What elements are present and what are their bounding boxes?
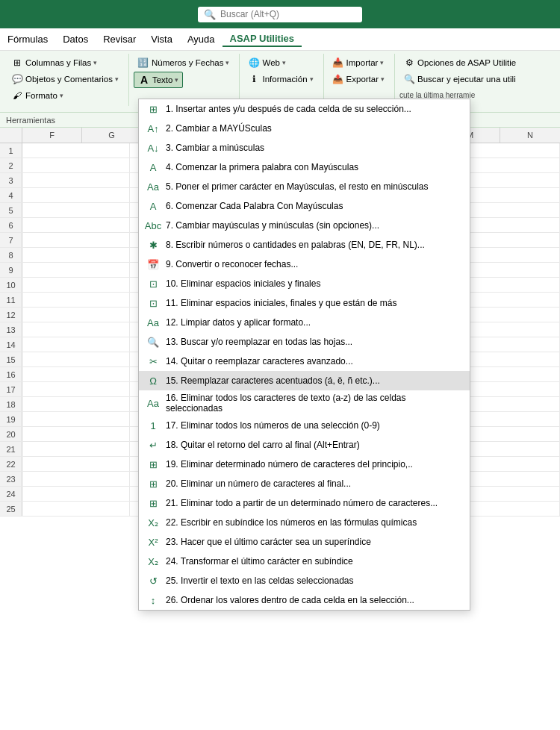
grid-cell[interactable] [22, 472, 130, 486]
item-icon-15: Ω [145, 373, 161, 388]
item-label-4: 4. Comenzar la primera palabra con Mayús… [166, 162, 358, 172]
grid-cell[interactable] [22, 457, 130, 471]
col-header-f: F [22, 128, 82, 143]
dropdown-item-22[interactable]: X₂22. Escribir en subíndice los números … [139, 513, 470, 532]
menu-datos[interactable]: Datos [55, 32, 96, 46]
grid-cell[interactable] [22, 293, 130, 307]
dropdown-item-8[interactable]: ✱8. Escribir números o cantidades en pal… [139, 235, 470, 255]
item-label-10: 10. Eliminar espacios iniciales y finale… [166, 278, 320, 289]
grid-cell[interactable] [22, 337, 130, 352]
search-input[interactable] [220, 9, 347, 19]
item-label-18: 18. Quitar el retorno del carro al final… [166, 440, 360, 450]
dropdown-item-15[interactable]: Ω15. Reemplazar caracteres acentuados (á… [139, 371, 470, 390]
grid-cell[interactable] [22, 442, 130, 456]
row-number: 5 [0, 203, 22, 217]
dropdown-item-16[interactable]: Aa16. Eliminar todos los caracteres de t… [139, 390, 470, 416]
grid-cell[interactable] [22, 427, 130, 441]
row-number: 9 [0, 263, 22, 277]
grid-cell[interactable] [22, 203, 130, 217]
chevron-icon4: ▾ [225, 59, 229, 66]
grid-cell[interactable] [22, 143, 130, 157]
dropdown-item-4[interactable]: A4. Comenzar la primera palabra con Mayú… [139, 157, 470, 177]
row-number: 17 [0, 382, 22, 396]
search-box[interactable]: 🔍 [198, 7, 362, 22]
dropdown-item-20[interactable]: ⊞20. Eliminar un número de caracteres al… [139, 474, 470, 493]
dropdown-item-12[interactable]: Aa12. Limpiar datos y aplicar formato... [139, 313, 470, 332]
item-icon-16: Aa [145, 396, 161, 411]
item-label-5: 5. Poner el primer carácter en Mayúscula… [166, 181, 429, 192]
grid-cell[interactable] [22, 188, 130, 202]
objetos-comentarios-btn[interactable]: 💬 Objetos y Comentarios ▾ [7, 72, 122, 87]
exportar-btn[interactable]: 📤 Exportar ▾ [329, 72, 388, 87]
grid-cell[interactable] [22, 263, 130, 277]
chevron-icon: ▾ [93, 59, 97, 66]
dropdown-item-18[interactable]: ↵18. Quitar el retorno del carro al fina… [139, 435, 470, 455]
dropdown-item-25[interactable]: ↺25. Invertir el texto en las celdas sel… [139, 571, 470, 590]
dropdown-item-14[interactable]: ✂14. Quitar o reemplazar caracteres avan… [139, 352, 470, 371]
grid-cell[interactable] [22, 352, 130, 366]
grid-cell[interactable] [22, 412, 130, 426]
item-icon-26: ↕ [145, 593, 161, 608]
grid-cell[interactable] [22, 173, 130, 187]
menu-asap[interactable]: ASAP Utilities [223, 31, 302, 47]
dropdown-item-13[interactable]: 🔍13. Buscar y/o reemplazar en todas las … [139, 332, 470, 352]
opciones-btn[interactable]: ⚙ Opciones de ASAP Utilitie [399, 55, 520, 70]
item-icon-2: A↑ [145, 121, 161, 136]
grid-cell[interactable] [22, 278, 130, 292]
dropdown-item-9[interactable]: 📅9. Convertir o reconocer fechas... [139, 255, 470, 274]
dropdown-item-26[interactable]: ↕26. Ordenar los valores dentro de cada … [139, 590, 470, 610]
grid-cell[interactable] [22, 502, 130, 516]
grid-cell[interactable] [22, 367, 130, 381]
grid-cell[interactable] [22, 158, 130, 172]
item-icon-24: X₂ [145, 554, 161, 569]
informacion-btn[interactable]: ℹ Información ▾ [244, 72, 317, 87]
grid-cell[interactable] [22, 248, 130, 262]
grid-cell[interactable] [22, 487, 130, 501]
dropdown-item-2[interactable]: A↑2. Cambiar a MAYÚSculas [139, 119, 470, 138]
item-icon-17: 1 [145, 418, 161, 433]
importar-btn[interactable]: 📥 Importar ▾ [329, 55, 388, 70]
grid-cell[interactable] [22, 322, 130, 337]
grid-cell[interactable] [22, 397, 130, 411]
info-icon: ℹ [248, 73, 260, 85]
menu-vista[interactable]: Vista [143, 32, 180, 46]
dropdown-item-7[interactable]: Abc7. Cambiar mayúsculas y minúsculas (s… [139, 216, 470, 235]
grid-cell[interactable] [22, 308, 130, 322]
formato-btn[interactable]: 🖌 Formato ▾ [7, 88, 67, 103]
item-label-16: 16. Eliminar todos los caracteres de tex… [166, 393, 464, 414]
texto-btn[interactable]: A Texto ▾ [134, 72, 184, 88]
item-icon-5: Aa [145, 179, 161, 194]
row-number: 16 [0, 367, 22, 381]
buscar-ejecutar-btn[interactable]: 🔍 Buscar y ejecutar una utili [399, 72, 520, 87]
menu-revisar[interactable]: Revisar [96, 32, 143, 46]
row-number: 2 [0, 158, 22, 172]
dropdown-item-23[interactable]: X²23. Hacer que el último carácter sea u… [139, 532, 470, 552]
dropdown-item-10[interactable]: ⊡10. Eliminar espacios iniciales y final… [139, 274, 470, 293]
row-number: 18 [0, 397, 22, 411]
web-btn[interactable]: 🌐 Web ▾ [244, 55, 289, 70]
chevron-icon5: ▾ [175, 76, 178, 84]
dropdown-item-19[interactable]: ⊞19. Eliminar determinado número de cara… [139, 455, 470, 474]
grid-cell[interactable] [22, 218, 130, 232]
menu-ayuda[interactable]: Ayuda [180, 32, 223, 46]
item-icon-11: ⊡ [145, 296, 161, 311]
dropdown-item-17[interactable]: 117. Eliminar todos los números de una s… [139, 416, 470, 435]
row-number: 13 [0, 322, 22, 337]
dropdown-item-6[interactable]: A6. Comenzar Cada Palabra Con Mayúsculas [139, 196, 470, 216]
dropdown-item-5[interactable]: Aa5. Poner el primer carácter en Mayúscu… [139, 177, 470, 196]
menu-bar: Fórmulas Datos Revisar Vista Ayuda ASAP … [0, 28, 560, 51]
dropdown-item-1[interactable]: ⊞1. Insertar antes y/u después de cada c… [139, 99, 470, 119]
dropdown-item-24[interactable]: X₂24. Transformar el último carácter en … [139, 552, 470, 571]
grid-cell[interactable] [22, 382, 130, 396]
ribbon-group-numeros: 🔢 Números y Fechas ▾ A Texto ▾ [131, 54, 240, 104]
grid-cell[interactable] [22, 233, 130, 247]
menu-formulas[interactable]: Fórmulas [0, 32, 55, 46]
numeros-btn[interactable]: 🔢 Números y Fechas ▾ [134, 55, 234, 70]
dropdown-item-21[interactable]: ⊞21. Eliminar todo a partir de un determ… [139, 493, 470, 513]
columnas-filas-btn[interactable]: ⊞ Columnas y Filas ▾ [7, 55, 101, 70]
item-label-6: 6. Comenzar Cada Palabra Con Mayúsculas [166, 201, 343, 211]
dropdown-item-11[interactable]: ⊡11. Eliminar espacios iniciales, finale… [139, 293, 470, 313]
item-icon-18: ↵ [145, 437, 161, 452]
item-label-7: 7. Cambiar mayúsculas y minúsculas (sin … [166, 220, 379, 231]
dropdown-item-3[interactable]: A↓3. Cambiar a minúsculas [139, 138, 470, 157]
